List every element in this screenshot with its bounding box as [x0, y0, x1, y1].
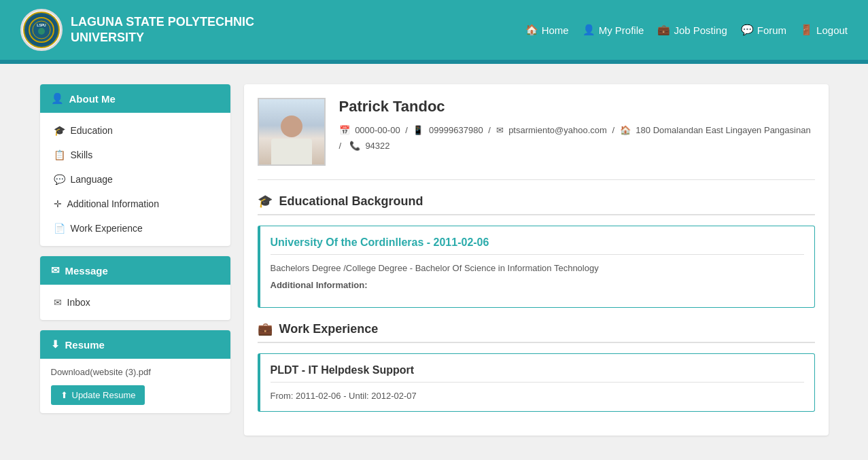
education-section-header: 🎓 Educational Background — [258, 194, 815, 215]
photo-placeholder — [259, 99, 324, 164]
message-card: ✉ Message ✉ Inbox — [40, 256, 230, 320]
about-me-card: 👤 About Me 🎓 Education 📋 Skills 💬 Langua… — [40, 84, 230, 246]
education-card-0: University Of the Cordinlleras - 2011-02… — [258, 226, 815, 308]
svg-text:LSPU: LSPU — [37, 23, 46, 27]
header: LSPU LAGUNA STATE POLYTECHNIC UNIVERSITY… — [0, 0, 868, 60]
skills-icon: 📋 — [54, 149, 65, 160]
logo-inner: LSPU — [23, 12, 60, 48]
user-sidebar-icon: 👤 — [51, 92, 64, 105]
language-icon: 💬 — [54, 174, 65, 185]
profile-photo — [258, 98, 326, 166]
edu-institution-0: University Of the Cordinlleras - 2011-02… — [271, 236, 804, 255]
university-title: LAGUNA STATE POLYTECHNIC UNIVERSITY — [71, 14, 254, 46]
profile-phone: 09999637980 — [429, 125, 483, 135]
work-icon: 📄 — [54, 223, 65, 234]
work-company-0: PLDT - IT Helpdesk Support — [271, 364, 804, 383]
main-nav: 🏠 Home 👤 My Profile 💼 Job Posting 💬 Foru… — [525, 24, 848, 36]
sidebar-item-language[interactable]: 💬 Language — [40, 167, 230, 192]
email-icon: ✉ — [496, 125, 504, 135]
home-addr-icon: 🏠 — [620, 125, 631, 135]
calendar-icon: 📅 — [339, 125, 350, 135]
person-body — [271, 139, 312, 164]
plus-icon: ✛ — [54, 198, 62, 209]
resume-header: ⬇ Resume — [40, 330, 230, 359]
header-divider — [0, 60, 868, 64]
profile-details: 📅 0000-00-00 / 📱 09999637980 / ✉ ptsarmi… — [339, 122, 815, 154]
work-section-header: 💼 Work Experience — [258, 321, 815, 343]
work-card-0: PLDT - IT Helpdesk Support From: 2011-02… — [258, 353, 815, 412]
message-header: ✉ Message — [40, 256, 230, 285]
nav-my-profile[interactable]: 👤 My Profile — [583, 24, 644, 36]
edu-degree-0: Bachelors Degree /College Degree - Bache… — [271, 263, 804, 273]
nav-job-posting[interactable]: 💼 Job Posting — [657, 24, 727, 36]
sidebar-item-education[interactable]: 🎓 Education — [40, 118, 230, 143]
about-me-header: 👤 About Me — [40, 84, 230, 113]
home-icon: 🏠 — [525, 24, 538, 36]
profile-date: 0000-00-00 — [355, 125, 400, 135]
phone-icon: 📱 — [413, 125, 423, 135]
comment-icon: 💬 — [741, 24, 754, 36]
user-icon: 👤 — [583, 24, 595, 36]
work-period-0: From: 2011-02-06 - Until: 2012-02-07 — [271, 391, 804, 401]
edu-additional-0: Additional Information: — [271, 280, 804, 290]
message-items: ✉ Inbox — [40, 285, 230, 320]
inbox-icon: ✉ — [54, 297, 62, 308]
profile-content: Patrick Tandoc 📅 0000-00-00 / 📱 09999637… — [244, 84, 829, 436]
update-resume-button[interactable]: ⬆ Update Resume — [51, 385, 145, 405]
edu-section-icon: 🎓 — [258, 194, 273, 209]
phone2-icon: 📞 — [349, 141, 360, 151]
logo-area: LSPU LAGUNA STATE POLYTECHNIC UNIVERSITY — [20, 9, 254, 51]
work-section-icon: 💼 — [258, 321, 273, 336]
main-container: 👤 About Me 🎓 Education 📋 Skills 💬 Langua… — [27, 84, 842, 436]
svg-point-3 — [38, 28, 45, 35]
envelope-icon: ✉ — [51, 264, 60, 277]
upload-icon: ⬆ — [60, 390, 68, 400]
logo-image: LSPU — [20, 9, 63, 51]
profile-name: Patrick Tandoc — [339, 98, 815, 116]
profile-email: ptsarmiento@yahoo.com — [508, 125, 607, 135]
resume-file-name: Download(website (3).pdf — [40, 359, 230, 385]
profile-header: Patrick Tandoc 📅 0000-00-00 / 📱 09999637… — [258, 98, 815, 180]
nav-forum[interactable]: 💬 Forum — [741, 24, 786, 36]
sidebar-item-skills[interactable]: 📋 Skills — [40, 143, 230, 167]
briefcase-icon: 💼 — [657, 24, 670, 36]
logout-icon: 🚪 — [800, 24, 813, 36]
person-head — [281, 116, 302, 137]
about-me-items: 🎓 Education 📋 Skills 💬 Language ✛ Additi… — [40, 113, 230, 246]
profile-info: Patrick Tandoc 📅 0000-00-00 / 📱 09999637… — [339, 98, 815, 154]
sidebar-item-work-experience[interactable]: 📄 Work Experience — [40, 216, 230, 241]
nav-home[interactable]: 🏠 Home — [525, 24, 569, 36]
sidebar-item-additional-info[interactable]: ✛ Additional Information — [40, 192, 230, 216]
education-icon: 🎓 — [54, 125, 65, 136]
profile-zip: 94322 — [365, 141, 389, 151]
sidebar: 👤 About Me 🎓 Education 📋 Skills 💬 Langua… — [40, 84, 230, 413]
sidebar-item-inbox[interactable]: ✉ Inbox — [40, 290, 230, 315]
nav-logout[interactable]: 🚪 Logout — [800, 24, 848, 36]
resume-card: ⬇ Resume Download(website (3).pdf ⬆ Upda… — [40, 330, 230, 413]
download-icon: ⬇ — [51, 338, 60, 351]
